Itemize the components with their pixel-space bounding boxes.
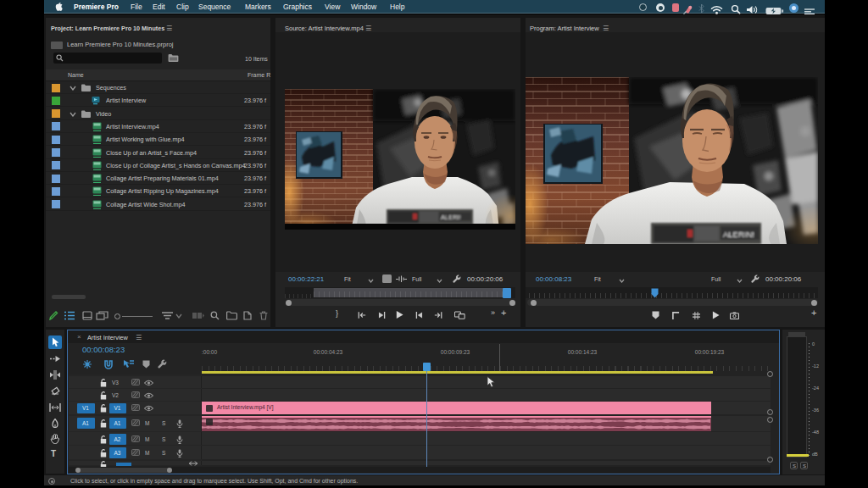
svg-text:ALERIN!: ALERIN! xyxy=(723,230,754,239)
svg-text:ALERI!: ALERI! xyxy=(441,214,461,221)
